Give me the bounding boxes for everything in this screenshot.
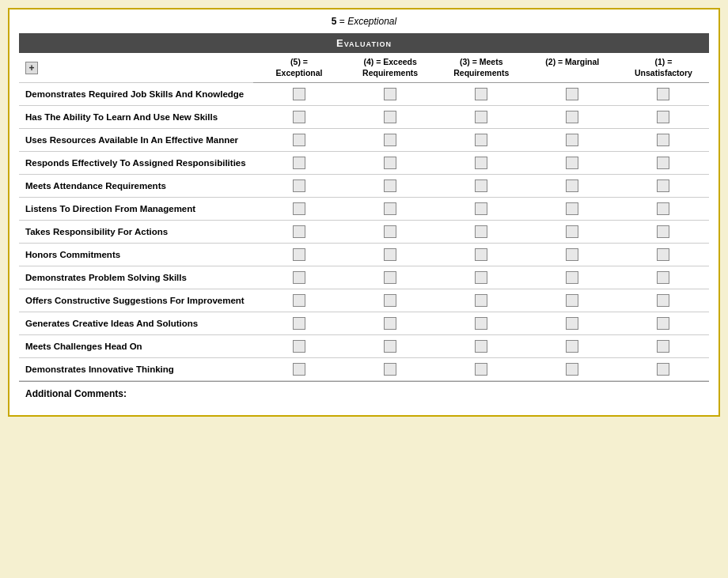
checkbox-cell-row5-col4[interactable] xyxy=(345,175,436,198)
checkbox-cell-row8-col1[interactable] xyxy=(618,244,709,266)
checkbox-cell-row6-col4[interactable] xyxy=(345,198,436,221)
checkbox-row1-col3[interactable] xyxy=(475,88,487,100)
checkbox-cell-row7-col1[interactable] xyxy=(618,221,709,244)
checkbox-cell-row3-col1[interactable] xyxy=(618,129,709,152)
checkbox-row8-col2[interactable] xyxy=(566,248,578,261)
checkbox-row13-col2[interactable] xyxy=(566,363,578,376)
checkbox-row3-col3[interactable] xyxy=(475,134,487,146)
checkbox-cell-row5-col2[interactable] xyxy=(527,175,618,198)
checkbox-cell-row8-col5[interactable] xyxy=(253,244,344,266)
checkbox-row11-col1[interactable] xyxy=(657,317,669,330)
checkbox-cell-row5-col5[interactable] xyxy=(253,175,344,198)
checkbox-cell-row13-col1[interactable] xyxy=(618,358,709,381)
checkbox-row8-col5[interactable] xyxy=(293,248,305,261)
checkbox-cell-row9-col3[interactable] xyxy=(436,266,527,289)
checkbox-cell-row11-col2[interactable] xyxy=(527,312,618,335)
checkbox-cell-row4-col2[interactable] xyxy=(527,152,618,175)
checkbox-cell-row6-col2[interactable] xyxy=(527,198,618,221)
checkbox-cell-row4-col1[interactable] xyxy=(618,152,709,175)
checkbox-cell-row8-col2[interactable] xyxy=(527,244,618,266)
checkbox-cell-row11-col1[interactable] xyxy=(618,312,709,335)
checkbox-cell-row12-col3[interactable] xyxy=(436,335,527,358)
checkbox-cell-row9-col5[interactable] xyxy=(253,266,344,289)
checkbox-row2-col3[interactable] xyxy=(475,111,487,123)
checkbox-cell-row7-col2[interactable] xyxy=(527,221,618,244)
checkbox-cell-row7-col4[interactable] xyxy=(345,221,436,244)
checkbox-cell-row11-col4[interactable] xyxy=(345,312,436,335)
checkbox-cell-row1-col3[interactable] xyxy=(436,83,527,106)
checkbox-row4-col2[interactable] xyxy=(566,157,578,169)
checkbox-cell-row4-col4[interactable] xyxy=(345,152,436,175)
checkbox-row6-col4[interactable] xyxy=(384,202,396,215)
checkbox-cell-row8-col4[interactable] xyxy=(345,244,436,266)
checkbox-row7-col5[interactable] xyxy=(293,225,305,238)
checkbox-row13-col1[interactable] xyxy=(657,363,669,376)
checkbox-row5-col4[interactable] xyxy=(384,179,396,192)
checkbox-cell-row3-col2[interactable] xyxy=(527,129,618,152)
checkbox-row13-col4[interactable] xyxy=(384,363,396,376)
checkbox-row9-col4[interactable] xyxy=(384,271,396,284)
checkbox-row1-col5[interactable] xyxy=(293,88,305,100)
checkbox-cell-row3-col3[interactable] xyxy=(436,129,527,152)
checkbox-cell-row4-col3[interactable] xyxy=(436,152,527,175)
checkbox-cell-row9-col4[interactable] xyxy=(345,266,436,289)
checkbox-cell-row7-col3[interactable] xyxy=(436,221,527,244)
checkbox-row3-col5[interactable] xyxy=(293,134,305,146)
checkbox-cell-row10-col2[interactable] xyxy=(527,289,618,312)
checkbox-cell-row3-col5[interactable] xyxy=(253,129,344,152)
checkbox-row12-col4[interactable] xyxy=(384,340,396,353)
checkbox-cell-row3-col4[interactable] xyxy=(345,129,436,152)
checkbox-cell-row2-col5[interactable] xyxy=(253,106,344,129)
checkbox-cell-row1-col1[interactable] xyxy=(618,83,709,106)
checkbox-cell-row2-col1[interactable] xyxy=(618,106,709,129)
expand-icon[interactable]: + xyxy=(25,62,38,74)
checkbox-row8-col4[interactable] xyxy=(384,248,396,261)
checkbox-row10-col1[interactable] xyxy=(657,294,669,307)
checkbox-cell-row1-col5[interactable] xyxy=(253,83,344,106)
checkbox-cell-row9-col1[interactable] xyxy=(618,266,709,289)
checkbox-row6-col2[interactable] xyxy=(566,202,578,215)
checkbox-row9-col3[interactable] xyxy=(475,271,487,284)
checkbox-row3-col1[interactable] xyxy=(657,134,669,146)
checkbox-row12-col2[interactable] xyxy=(566,340,578,353)
checkbox-cell-row2-col3[interactable] xyxy=(436,106,527,129)
checkbox-row10-col3[interactable] xyxy=(475,294,487,307)
checkbox-row5-col2[interactable] xyxy=(566,179,578,192)
checkbox-row4-col1[interactable] xyxy=(657,157,669,169)
checkbox-row5-col3[interactable] xyxy=(475,179,487,192)
checkbox-cell-row13-col4[interactable] xyxy=(345,358,436,381)
checkbox-cell-row11-col3[interactable] xyxy=(436,312,527,335)
checkbox-cell-row6-col3[interactable] xyxy=(436,198,527,221)
checkbox-row13-col5[interactable] xyxy=(293,363,305,376)
checkbox-row9-col1[interactable] xyxy=(657,271,669,284)
checkbox-row9-col2[interactable] xyxy=(566,271,578,284)
checkbox-cell-row10-col1[interactable] xyxy=(618,289,709,312)
checkbox-cell-row13-col3[interactable] xyxy=(436,358,527,381)
checkbox-row9-col5[interactable] xyxy=(293,271,305,284)
checkbox-row1-col1[interactable] xyxy=(657,88,669,100)
checkbox-cell-row6-col5[interactable] xyxy=(253,198,344,221)
checkbox-cell-row6-col1[interactable] xyxy=(618,198,709,221)
checkbox-row2-col2[interactable] xyxy=(566,111,578,123)
checkbox-row5-col5[interactable] xyxy=(293,179,305,192)
checkbox-cell-row2-col2[interactable] xyxy=(527,106,618,129)
checkbox-cell-row5-col1[interactable] xyxy=(618,175,709,198)
checkbox-row11-col3[interactable] xyxy=(475,317,487,330)
checkbox-row7-col1[interactable] xyxy=(657,225,669,238)
checkbox-cell-row12-col2[interactable] xyxy=(527,335,618,358)
checkbox-row5-col1[interactable] xyxy=(657,179,669,192)
checkbox-row1-col4[interactable] xyxy=(384,88,396,100)
checkbox-row10-col4[interactable] xyxy=(384,294,396,307)
checkbox-cell-row1-col2[interactable] xyxy=(527,83,618,106)
checkbox-cell-row7-col5[interactable] xyxy=(253,221,344,244)
checkbox-row6-col1[interactable] xyxy=(657,202,669,215)
checkbox-cell-row13-col2[interactable] xyxy=(527,358,618,381)
checkbox-cell-row12-col1[interactable] xyxy=(618,335,709,358)
checkbox-row2-col1[interactable] xyxy=(657,111,669,123)
checkbox-cell-row12-col5[interactable] xyxy=(253,335,344,358)
checkbox-row3-col4[interactable] xyxy=(384,134,396,146)
checkbox-cell-row5-col3[interactable] xyxy=(436,175,527,198)
checkbox-row13-col3[interactable] xyxy=(475,363,487,376)
checkbox-cell-row12-col4[interactable] xyxy=(345,335,436,358)
checkbox-row12-col3[interactable] xyxy=(475,340,487,353)
